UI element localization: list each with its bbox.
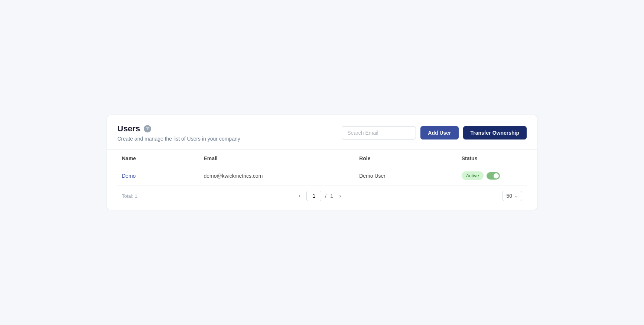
cell-name: Demo bbox=[117, 166, 199, 186]
search-email-input[interactable] bbox=[342, 126, 416, 139]
cell-status: Active bbox=[457, 166, 527, 186]
col-header-name: Name bbox=[117, 150, 199, 166]
table-row: Demo demo@kwickmetrics.com Demo User Act… bbox=[117, 166, 527, 186]
next-page-button[interactable]: › bbox=[337, 191, 343, 201]
per-page-select[interactable]: 50 ⌄ bbox=[502, 191, 522, 201]
header-actions: Add User Transfer Ownership bbox=[342, 126, 527, 139]
user-name-link[interactable]: Demo bbox=[122, 173, 136, 179]
toggle-track bbox=[487, 172, 500, 180]
page-subtitle: Create and manage the list of Users in y… bbox=[117, 136, 240, 142]
table-header: Name Email Role Status bbox=[117, 150, 527, 166]
status-toggle[interactable] bbox=[487, 172, 500, 180]
transfer-ownership-button[interactable]: Transfer Ownership bbox=[463, 126, 527, 139]
add-user-button[interactable]: Add User bbox=[420, 126, 458, 139]
col-header-email: Email bbox=[199, 150, 355, 166]
col-header-role: Role bbox=[355, 150, 457, 166]
page-total: 1 bbox=[330, 193, 333, 199]
pagination: ‹ / 1 › bbox=[296, 191, 343, 201]
table-header-row: Name Email Role Status bbox=[117, 150, 527, 166]
total-label: Total: 1 bbox=[122, 193, 137, 199]
table-container: Name Email Role Status bbox=[107, 150, 537, 210]
table-footer: Total: 1 ‹ / 1 › 50 ⌄ bbox=[117, 186, 527, 201]
page-number-input[interactable] bbox=[306, 191, 321, 201]
help-icon[interactable]: ? bbox=[144, 125, 151, 132]
header-left: Users ? Create and manage the list of Us… bbox=[117, 124, 240, 142]
cell-email: demo@kwickmetrics.com bbox=[199, 166, 355, 186]
prev-page-button[interactable]: ‹ bbox=[296, 191, 303, 201]
page-separator: / bbox=[325, 193, 326, 199]
status-badge: Active bbox=[462, 171, 484, 180]
page-wrapper: Users ? Create and manage the list of Us… bbox=[0, 0, 644, 325]
page-title: Users bbox=[117, 124, 140, 134]
chevron-down-icon: ⌄ bbox=[514, 193, 518, 198]
col-header-status: Status bbox=[457, 150, 527, 166]
cell-role: Demo User bbox=[355, 166, 457, 186]
users-card: Users ? Create and manage the list of Us… bbox=[107, 115, 537, 210]
table-body: Demo demo@kwickmetrics.com Demo User Act… bbox=[117, 166, 527, 186]
header-title-row: Users ? bbox=[117, 124, 240, 134]
card-header: Users ? Create and manage the list of Us… bbox=[107, 115, 537, 150]
per-page-value: 50 bbox=[506, 193, 512, 199]
users-table: Name Email Role Status bbox=[117, 150, 527, 186]
toggle-thumb bbox=[494, 173, 499, 178]
status-badge-container: Active bbox=[462, 171, 522, 180]
